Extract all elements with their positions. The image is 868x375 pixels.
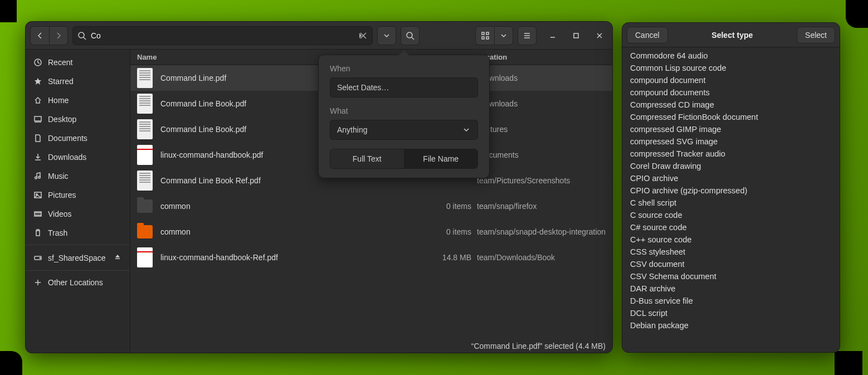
- full-text-option[interactable]: Full Text: [330, 149, 404, 168]
- decor: [835, 351, 862, 375]
- type-item[interactable]: C++ source code: [622, 233, 840, 246]
- drive-icon: [33, 254, 42, 262]
- maximize-button[interactable]: [568, 27, 584, 44]
- search-dropdown-button[interactable]: [377, 26, 396, 45]
- file-thumbnail: [137, 145, 153, 165]
- sidebar-item-home[interactable]: Home: [26, 91, 130, 110]
- svg-rect-5: [486, 32, 489, 35]
- svg-marker-16: [35, 78, 41, 85]
- select-button[interactable]: Select: [797, 27, 835, 43]
- file-location: …ictures: [471, 125, 612, 134]
- type-item[interactable]: Debian package: [622, 319, 840, 332]
- type-item[interactable]: C source code: [622, 209, 840, 221]
- file-thumbnail: [137, 119, 153, 139]
- type-item[interactable]: Compressed FictionBook document: [622, 111, 840, 123]
- status-bar: “Command Line.pdf” selected (4.4 MB): [130, 338, 612, 353]
- sidebar-item-label: Home: [48, 96, 69, 105]
- type-item[interactable]: compressed GIMP image: [622, 123, 840, 135]
- file-thumbnail: [137, 199, 153, 213]
- sidebar-item-downloads[interactable]: Downloads: [26, 148, 130, 167]
- svg-point-19: [35, 177, 37, 179]
- view-grid-button[interactable]: [475, 26, 494, 45]
- picture-icon: [33, 191, 42, 199]
- svg-point-0: [79, 32, 84, 38]
- select-dates-button[interactable]: Select Dates…: [330, 77, 478, 98]
- type-item[interactable]: CPIO archive: [622, 172, 840, 184]
- type-item[interactable]: CSV Schema document: [622, 270, 840, 283]
- file-location: team/snap/snapd-desktop-integration: [471, 227, 612, 236]
- type-item[interactable]: DAR archive: [622, 283, 840, 295]
- dialog-title: Select type: [711, 31, 753, 40]
- sidebar-item-videos[interactable]: Videos: [26, 204, 130, 223]
- sidebar-item-sf-sharedspace[interactable]: sf_SharedSpace: [26, 247, 130, 268]
- decor: [846, 0, 868, 28]
- what-dropdown[interactable]: Anything: [330, 120, 478, 140]
- close-button[interactable]: [591, 27, 608, 44]
- type-item[interactable]: C shell script: [622, 197, 840, 209]
- view-dropdown-button[interactable]: [494, 26, 513, 45]
- svg-point-27: [40, 257, 41, 259]
- home-icon: [33, 96, 42, 105]
- svg-marker-28: [115, 255, 120, 257]
- file-location: …ownloads: [471, 99, 612, 108]
- chevron-down-icon: [462, 125, 471, 134]
- back-button[interactable]: [30, 26, 49, 45]
- file-name-option[interactable]: File Name: [404, 149, 478, 168]
- search-toggle-button[interactable]: [401, 26, 420, 45]
- file-row[interactable]: common 0 items team/snap/firefox: [130, 193, 612, 219]
- search-input[interactable]: [91, 31, 354, 40]
- type-item[interactable]: Common Lisp source code: [622, 62, 840, 74]
- sidebar-item-documents[interactable]: Documents: [26, 129, 130, 148]
- sidebar-item-label: Documents: [48, 134, 87, 143]
- type-item[interactable]: D-Bus service file: [622, 295, 840, 307]
- video-icon: [33, 210, 42, 218]
- type-item[interactable]: CPIO archive (gzip-compressed): [622, 184, 840, 197]
- type-item[interactable]: Commodore 64 audio: [622, 50, 840, 62]
- trash-icon: [33, 228, 42, 237]
- clear-search-icon[interactable]: [359, 31, 368, 40]
- file-name: common: [160, 227, 432, 236]
- sidebar-item-music[interactable]: Music: [26, 167, 130, 186]
- svg-rect-7: [486, 37, 489, 39]
- type-item[interactable]: CSS stylesheet: [622, 246, 840, 258]
- type-item[interactable]: compound document: [622, 74, 840, 86]
- music-icon: [33, 172, 42, 181]
- svg-rect-29: [115, 259, 120, 260]
- type-item[interactable]: compressed SVG image: [622, 135, 840, 148]
- type-item[interactable]: C# source code: [622, 221, 840, 233]
- search-bar[interactable]: [72, 26, 373, 45]
- minimize-button[interactable]: [544, 27, 561, 44]
- cancel-button[interactable]: Cancel: [627, 27, 668, 43]
- forward-button[interactable]: [49, 26, 68, 45]
- file-thumbnail: [137, 225, 153, 238]
- file-thumbnail: [137, 94, 153, 114]
- svg-line-1: [84, 37, 86, 40]
- sidebar-other-locations[interactable]: Other Locations: [26, 273, 130, 292]
- star-icon: [33, 77, 42, 86]
- type-item[interactable]: Compressed CD image: [622, 99, 840, 111]
- file-location: …ocuments: [471, 150, 612, 159]
- type-item[interactable]: Corel Draw drawing: [622, 160, 840, 172]
- select-type-dialog: Cancel Select type Select comic book arc…: [622, 22, 840, 353]
- nav-group: [30, 26, 68, 45]
- sidebar-item-recent[interactable]: Recent: [26, 53, 130, 72]
- type-item[interactable]: DCL script: [622, 307, 840, 319]
- type-list[interactable]: comic book archiveCommodore 64 audioComm…: [622, 47, 840, 352]
- type-item[interactable]: CSV document: [622, 258, 840, 270]
- sidebar-item-pictures[interactable]: Pictures: [26, 186, 130, 204]
- hamburger-menu-button[interactable]: [518, 26, 537, 45]
- type-item[interactable]: compound documents: [622, 86, 840, 99]
- type-item[interactable]: compressed Tracker audio: [622, 148, 840, 160]
- column-location[interactable]: Location: [471, 53, 612, 61]
- download-icon: [33, 153, 42, 162]
- sidebar-item-starred[interactable]: Starred: [26, 72, 130, 91]
- file-row[interactable]: common 0 items team/snap/snapd-desktop-i…: [130, 219, 612, 245]
- when-label: When: [330, 64, 478, 73]
- type-dialog-header: Cancel Select type Select: [622, 23, 840, 47]
- file-row[interactable]: linux-command-handbook-Ref.pdf 14.8 MB t…: [130, 245, 612, 270]
- sidebar-item-trash[interactable]: Trash: [26, 223, 130, 242]
- eject-button[interactable]: [113, 252, 122, 263]
- svg-point-2: [407, 32, 412, 38]
- sidebar-item-label: Pictures: [48, 191, 76, 199]
- sidebar-item-desktop[interactable]: Desktop: [26, 110, 130, 129]
